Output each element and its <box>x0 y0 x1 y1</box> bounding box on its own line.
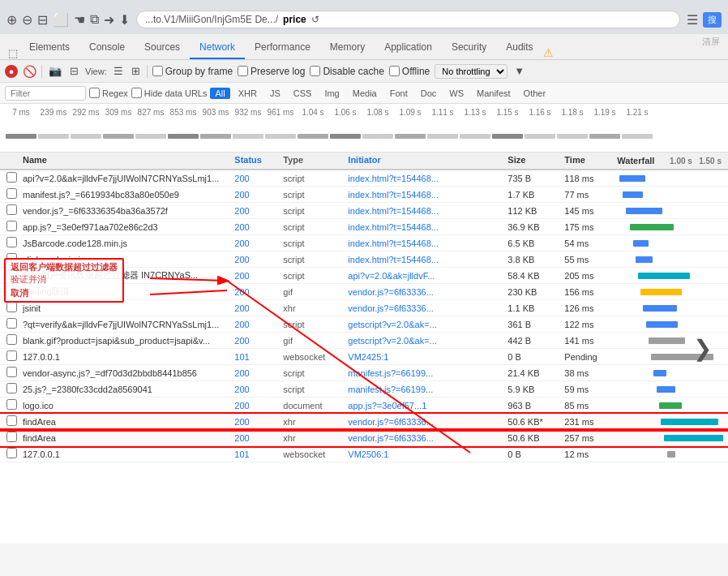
table-row[interactable]: findArea 200 xhr vendor.js?=6f63336... 5… <box>0 430 728 446</box>
filter-xhr-button[interactable]: XHR <box>233 88 262 99</box>
header-status[interactable]: Status <box>233 155 281 166</box>
row-checkbox[interactable] <box>5 448 21 460</box>
table-row[interactable]: vendor-async.js?_=df70d3d2bbdb8441b856 2… <box>0 365 728 381</box>
header-waterfall[interactable]: Waterfall 1.00 s 1.50 s <box>615 155 723 166</box>
row-time: 126 ms <box>563 303 615 313</box>
duplicate-icon[interactable]: ⧉ <box>90 12 99 27</box>
row-checkbox[interactable] <box>5 204 21 217</box>
row-checkbox[interactable] <box>5 350 21 363</box>
row-checkbox[interactable] <box>5 367 21 379</box>
tab-application[interactable]: Application <box>375 37 442 59</box>
tab-console[interactable]: Console <box>79 37 135 59</box>
row-checkbox[interactable] <box>5 302 21 314</box>
row-checkbox[interactable] <box>5 383 21 395</box>
row-initiator: vendor.js?=6f63336... <box>346 417 506 427</box>
filter-img-button[interactable]: Img <box>319 88 344 99</box>
row-checkbox[interactable] <box>5 237 21 249</box>
row-checkbox[interactable] <box>5 188 21 200</box>
table-row[interactable]: manifest.js?_=6619934bc83a80e050e9 200 s… <box>0 187 728 203</box>
row-checkbox[interactable] <box>5 399 21 411</box>
row-checkbox[interactable] <box>5 253 21 265</box>
regex-label[interactable]: Regex <box>89 88 128 98</box>
table-row[interactable]: loading取消 200 gif vendor.js?=6f63336... … <box>0 284 728 300</box>
forward-icon[interactable]: ➜ <box>104 12 114 28</box>
row-checkbox[interactable] <box>5 269 21 282</box>
table-row[interactable]: vendor.js?_=6f63336354ba36a3572f 200 scr… <box>0 203 728 219</box>
filter-font-button[interactable]: Font <box>385 88 413 99</box>
filter-all-button[interactable]: All <box>210 88 229 99</box>
tab-performance[interactable]: Performance <box>245 37 320 59</box>
table-row[interactable]: logo.ico 200 document app.js?=3e0ef57...… <box>0 398 728 414</box>
filter-js-button[interactable]: JS <box>265 88 285 99</box>
next-page-arrow[interactable]: ❯ <box>693 335 712 362</box>
tab-elements[interactable]: Elements <box>19 37 79 59</box>
zoom-out-icon[interactable]: ⊖ <box>22 12 32 28</box>
header-type[interactable]: Type <box>281 155 346 166</box>
menu-icon[interactable]: ☰ <box>687 12 698 28</box>
table-row[interactable]: app.js?_=3e0ef971aa702e86c2d3 200 script… <box>0 219 728 235</box>
table-row[interactable]: api?v=2.0&ak=jlldvFe7jjUIWolN7CRNYaSsLmj… <box>0 170 728 187</box>
group-by-frame-checkbox[interactable]: Group by frame <box>152 66 233 77</box>
devtools-inspect-icon[interactable]: ⬚ <box>6 47 19 59</box>
offline-checkbox[interactable]: Offline <box>389 66 430 77</box>
record-button[interactable]: ● <box>5 65 18 78</box>
disable-cache-checkbox[interactable]: Disable cache <box>310 66 383 77</box>
filter-css-button[interactable]: CSS <box>289 88 317 99</box>
table-row[interactable]: jsinit 200 xhr vendor.js?=6f63336... 1.1… <box>0 300 728 316</box>
filter-input[interactable] <box>5 86 86 101</box>
table-row[interactable]: ?qt=verify&ak=jlldvFe7jjUIWolN7CRNYaSsLm… <box>0 316 728 333</box>
row-checkbox[interactable] <box>5 432 21 444</box>
large-rows-icon[interactable]: ⊞ <box>130 65 142 77</box>
camera-icon[interactable]: 📷 <box>47 65 63 77</box>
tab-memory[interactable]: Memory <box>320 37 375 59</box>
zoom-fit-icon[interactable]: ⊟ <box>37 12 48 28</box>
row-checkbox[interactable] <box>5 415 21 428</box>
tab-audits[interactable]: Audits <box>496 37 542 59</box>
table-row[interactable]: findArea 200 xhr vendor.js?=6f63336... 5… <box>0 414 728 430</box>
row-type: script <box>281 239 346 248</box>
header-initiator[interactable]: Initiator <box>346 155 506 166</box>
header-time[interactable]: Time <box>563 155 615 166</box>
hand-icon[interactable]: ☚ <box>74 12 85 28</box>
row-size: 36.9 KB <box>506 222 563 232</box>
throttle-dropdown-icon[interactable]: ▼ <box>512 65 526 77</box>
table-row[interactable]: 获取用户资讯数据超过过滤器 IN7CRNYaS... 200 script ap… <box>0 268 728 284</box>
row-checkbox[interactable] <box>5 334 21 346</box>
row-checkbox[interactable] <box>5 286 21 298</box>
back-icon[interactable]: ⬜ <box>53 12 69 28</box>
hide-data-urls-label[interactable]: Hide data URLs <box>131 88 208 98</box>
throttle-select[interactable]: No throttling Fast 3G Slow 3G <box>435 64 507 79</box>
header-size[interactable]: Size <box>506 155 563 166</box>
row-checkbox[interactable] <box>5 172 21 184</box>
row-waterfall <box>615 368 723 379</box>
address-bar[interactable]: ...to.V1/MiiiGon/InjGm5E De.../ price ↺ <box>136 11 680 28</box>
preserve-log-checkbox[interactable]: Preserve log <box>238 66 305 77</box>
filter-ws-button[interactable]: WS <box>444 88 469 99</box>
row-time: 145 ms <box>563 206 615 216</box>
table-row[interactable]: 25.js?_=2380fc33cdd2a8569041 200 script … <box>0 381 728 398</box>
row-name: manifest.js?_=6619934bc83a80e050e9 <box>21 190 233 200</box>
filter-other-button[interactable]: Other <box>519 88 551 99</box>
clear-button[interactable]: 🚫 <box>23 65 36 78</box>
filter-manifest-button[interactable]: Manifest <box>472 88 516 99</box>
blue-button[interactable]: 搜 <box>703 12 722 28</box>
tab-network[interactable]: Network <box>190 37 245 59</box>
filter-icon[interactable]: ⊟ <box>68 65 80 77</box>
filter-doc-button[interactable]: Doc <box>416 88 442 99</box>
row-checkbox[interactable] <box>5 318 21 330</box>
row-checkbox[interactable] <box>5 221 21 233</box>
list-view-icon[interactable]: ☰ <box>112 65 125 77</box>
header-name[interactable]: Name <box>21 155 233 166</box>
download-icon[interactable]: ⬇ <box>119 12 130 28</box>
tab-sources[interactable]: Sources <box>135 37 190 59</box>
zoom-plus-icon[interactable]: ⊕ <box>6 12 17 28</box>
row-status: 200 <box>233 303 281 313</box>
table-row[interactable]: blank.gif?product=jsapi&sub_product=jsap… <box>0 333 728 349</box>
table-row[interactable]: clipboard.min.js 200 script index.html?t… <box>0 251 728 268</box>
filter-media-button[interactable]: Media <box>348 88 382 99</box>
tab-security[interactable]: Security <box>442 37 496 59</box>
table-row[interactable]: JsBarcode.code128.min.js 200 script inde… <box>0 235 728 251</box>
table-row[interactable]: 127.0.0.1 101 websocket VM2425:1 0 B Pen… <box>0 349 728 365</box>
table-row[interactable]: 127.0.0.1 101 websocket VM2506:1 0 B 12 … <box>0 446 728 462</box>
reload-button[interactable]: ↺ <box>311 14 319 25</box>
